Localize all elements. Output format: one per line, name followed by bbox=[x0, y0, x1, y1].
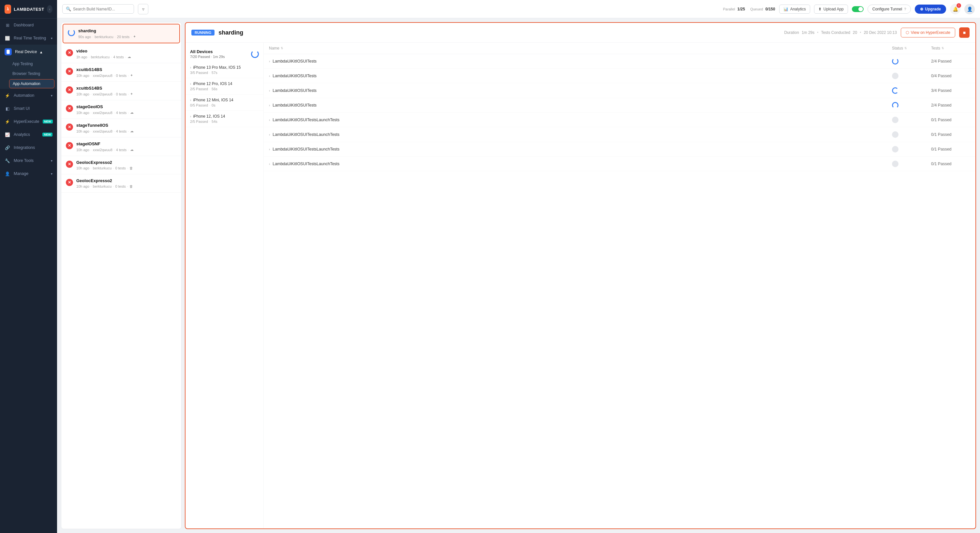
tests-header-label: Tests bbox=[931, 46, 940, 51]
test-name: › LambdaUiKitIOSUITests bbox=[269, 88, 892, 93]
build-name: xcuitbS14BS bbox=[76, 86, 177, 90]
test-result: 0/1 Passed bbox=[931, 162, 970, 166]
build-user: berkturkucu bbox=[95, 35, 113, 39]
sidebar-item-real-device[interactable]: Real Device ▴ bbox=[0, 44, 57, 59]
sidebar-item-app-automation[interactable]: App Automation bbox=[9, 79, 54, 88]
toggle-switch[interactable] bbox=[852, 6, 864, 12]
device-item-iphone12[interactable]: › iPhone 12, IOS 14 2/5 Passed · 54s bbox=[186, 111, 263, 127]
device-passed: 0/5 Passed bbox=[190, 103, 208, 107]
sidebar-item-real-time-testing[interactable]: ⬜ Real Time Testing ▾ bbox=[0, 32, 57, 44]
build-user: xxwi2qwuu8 bbox=[93, 92, 113, 96]
device-item-iphone13promax[interactable]: › iPhone 13 Pro Max, IOS 15 3/5 Passed ·… bbox=[186, 62, 263, 78]
sidebar-item-more-tools[interactable]: 🔧 More Tools ▾ bbox=[0, 154, 57, 167]
build-time: 10h ago bbox=[76, 148, 89, 152]
build-item-geolocexpresso2-2[interactable]: ✕ GeolocExpresso2 10h ago · berkturkucu … bbox=[61, 174, 181, 192]
table-row[interactable]: › LambdaUiKitIOSUITestsLaunchTests 0/1 P… bbox=[264, 157, 975, 171]
build-tests: 4 tests bbox=[116, 111, 126, 115]
hyperexecute-icon: ⬡ bbox=[906, 30, 909, 35]
build-item-geolocexpresso2-1[interactable]: ✕ GeolocExpresso2 10h ago · berkturkucu … bbox=[61, 156, 181, 174]
sidebar-item-app-testing[interactable]: App Testing bbox=[0, 59, 57, 69]
device-meta: 0/5 Passed · 0s bbox=[190, 103, 259, 107]
panel-date: 20 Dec 2022 10:13 bbox=[864, 30, 897, 35]
chevron-right-icon: › bbox=[269, 118, 270, 122]
table-row[interactable]: › LambdaUiKitIOSUITests 0/4 Passed bbox=[264, 69, 975, 83]
all-devices-spinner bbox=[251, 50, 259, 58]
build-user: xxwi2qwuu8 bbox=[93, 74, 113, 78]
sidebar-item-automation[interactable]: ⚡ Automation ▾ bbox=[0, 89, 57, 102]
filter-button[interactable]: ▿ bbox=[138, 4, 148, 14]
search-icon: 🔍 bbox=[66, 6, 71, 11]
new-badge: NEW bbox=[42, 133, 52, 136]
sidebar-item-analytics[interactable]: 📈 Analytics NEW bbox=[0, 128, 57, 141]
build-item-stagiosnf[interactable]: ✕ stageIOSNF 10h ago · xxwi2qwuu8 · 4 te… bbox=[61, 138, 181, 156]
sidebar-collapse-button[interactable]: ‹ bbox=[47, 5, 52, 13]
chevron-down-icon: ▾ bbox=[51, 159, 52, 163]
test-result: 2/4 Passed bbox=[931, 103, 970, 108]
upgrade-button[interactable]: ⊕ Upgrade bbox=[915, 5, 946, 14]
real-device-label: Real Device bbox=[15, 49, 37, 54]
test-result: 2/4 Passed bbox=[931, 59, 970, 63]
sidebar-item-integrations[interactable]: 🔗 Integrations bbox=[0, 141, 57, 154]
device-passed: 3/5 Passed bbox=[190, 71, 208, 75]
error-status-icon: ✕ bbox=[66, 179, 73, 186]
build-info: xcuitbS14BS 10h ago · xxwi2qwuu8 · 0 tes… bbox=[76, 86, 177, 96]
sidebar-item-label: HyperExecute bbox=[14, 119, 40, 124]
build-item-xcuitbs14bs-2[interactable]: ✕ xcuitbS14BS 10h ago · xxwi2qwuu8 · 0 t… bbox=[61, 82, 181, 100]
notification-badge: 1 bbox=[956, 3, 961, 8]
build-item-xcuitbs14bs-1[interactable]: ✕ xcuitbS14BS 10h ago · xxwi2qwuu8 · 0 t… bbox=[61, 63, 181, 82]
analytics-button[interactable]: 📊 Analytics bbox=[779, 5, 810, 14]
sort-icon: ⇅ bbox=[904, 47, 907, 50]
sidebar-item-dashboard[interactable]: ⊞ Dashboard bbox=[0, 19, 57, 32]
table-row[interactable]: › LambdaUiKitIOSUITestsLaunchTests 0/1 P… bbox=[264, 142, 975, 157]
queued-stat: Queued 0/150 bbox=[750, 7, 775, 11]
notifications-button[interactable]: 🔔 1 bbox=[950, 4, 961, 14]
sidebar-item-browser-testing[interactable]: Browser Testing bbox=[0, 69, 57, 79]
topbar: 🔍 ▿ Parallel 1/25 Queued 0/150 📊 Analyti… bbox=[57, 0, 980, 18]
build-tests: 20 tests bbox=[117, 35, 130, 39]
test-result: 0/1 Passed bbox=[931, 147, 970, 151]
test-name: › LambdaUiKitIOSUITestsLaunchTests bbox=[269, 117, 892, 122]
dashboard-icon: ⊞ bbox=[5, 22, 10, 28]
table-row[interactable]: › LambdaUiKitIOSUITests 2/4 Passed bbox=[264, 54, 975, 69]
device-name: › iPhone 12 Mini, IOS 14 bbox=[190, 98, 259, 102]
table-row[interactable]: › LambdaUiKitIOSUITestsLaunchTests 0/1 P… bbox=[264, 113, 975, 127]
panel-body: All Devices 7/20 Passed · 1m 29s › bbox=[186, 43, 975, 528]
search-input[interactable] bbox=[73, 7, 125, 11]
build-item-stagegeoios[interactable]: ✕ stageGeoIOS 10h ago · xxwi2qwuu8 · 4 t… bbox=[61, 100, 181, 119]
status-column-header[interactable]: Status ⇅ bbox=[892, 46, 931, 51]
tests-column-header[interactable]: Tests ⇅ bbox=[931, 46, 970, 51]
chevron-right-icon: › bbox=[190, 115, 191, 118]
sidebar-item-smart-ui[interactable]: ◧ Smart UI bbox=[0, 102, 57, 115]
analytics-chart-icon: 📊 bbox=[783, 7, 788, 11]
user-avatar[interactable]: 👤 bbox=[964, 4, 975, 14]
cloud-icon: ☁ bbox=[130, 111, 134, 115]
sidebar-item-hyperexecute[interactable]: ⚡ HyperExecute NEW bbox=[0, 115, 57, 128]
device-item-iphone12mini[interactable]: › iPhone 12 Mini, IOS 14 0/5 Passed · 0s bbox=[186, 95, 263, 111]
table-row[interactable]: › LambdaUiKitIOSUITests 2/4 Passed bbox=[264, 98, 975, 113]
stop-button[interactable]: ■ bbox=[959, 27, 970, 38]
configure-tunnel-button[interactable]: Configure Tunnel ? bbox=[867, 5, 911, 14]
build-name: GeolocExpresso2 bbox=[76, 160, 177, 165]
chevron-right-icon: › bbox=[269, 60, 270, 63]
name-column-header[interactable]: Name ⇅ bbox=[269, 46, 892, 51]
sidebar-item-manage[interactable]: 👤 Manage ▾ bbox=[0, 167, 57, 180]
table-row[interactable]: › LambdaUiKitIOSUITestsLaunchTests 0/1 P… bbox=[264, 127, 975, 142]
error-status-icon: ✕ bbox=[66, 124, 73, 131]
build-item-sharding[interactable]: sharding 90s ago · berkturkucu · 20 test… bbox=[63, 24, 180, 43]
sidebar-item-label: More Tools bbox=[14, 158, 48, 163]
device-item-iphone12pro[interactable]: › iPhone 12 Pro, IOS 14 2/5 Passed · 56s bbox=[186, 78, 263, 95]
build-info: stageGeoIOS 10h ago · xxwi2qwuu8 · 4 tes… bbox=[76, 104, 177, 115]
manage-icon: 👤 bbox=[5, 171, 10, 176]
upload-app-button[interactable]: ⬆ Upload App bbox=[814, 5, 848, 14]
table-row[interactable]: › LambdaUiKitIOSUITests 3/4 Passed bbox=[264, 83, 975, 98]
all-devices-header[interactable]: All Devices 7/20 Passed · 1m 29s bbox=[186, 46, 263, 62]
build-user: berkturkucu bbox=[91, 55, 110, 59]
gray-status-icon bbox=[892, 117, 899, 123]
build-meta: 10h ago · xxwi2qwuu8 · 4 tests · ☁ bbox=[76, 111, 177, 115]
sidebar-item-label: Real Time Testing bbox=[14, 36, 48, 40]
hyperexecute-button[interactable]: ⬡ View on HyperExecute bbox=[901, 28, 955, 38]
build-item-video[interactable]: ✕ video 1h ago · berkturkucu · 4 tests ·… bbox=[61, 44, 181, 63]
build-item-stagetunnelio[interactable]: ✕ stageTunnelIOS 10h ago · xxwi2qwuu8 · … bbox=[61, 119, 181, 138]
running-status-icon bbox=[68, 29, 75, 36]
upload-button-label: Upload App bbox=[824, 7, 844, 11]
